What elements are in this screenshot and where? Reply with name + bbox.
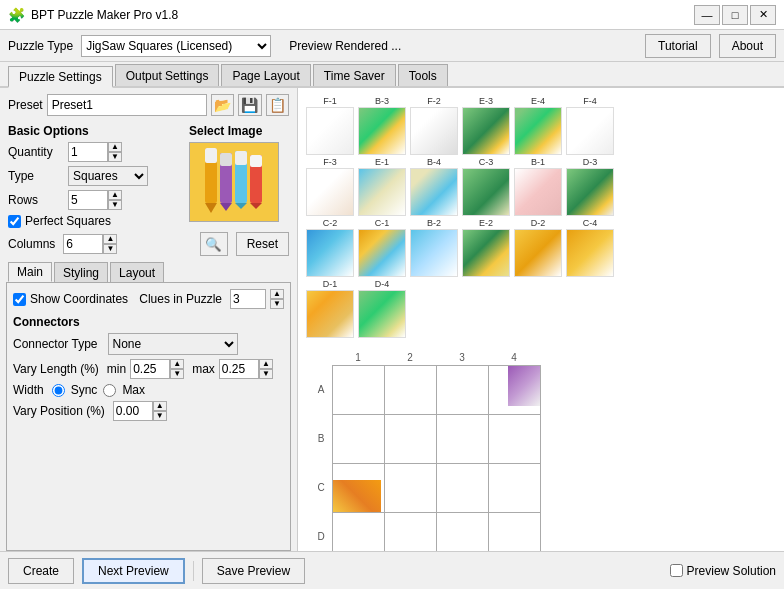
- cell-d3: [437, 513, 489, 551]
- rows-input[interactable]: [68, 190, 108, 210]
- svg-rect-8: [250, 155, 262, 167]
- tab-puzzle-settings[interactable]: Puzzle Settings: [8, 66, 113, 88]
- show-coordinates-label: Show Coordinates: [30, 292, 128, 306]
- grid-row-d: D: [310, 512, 772, 551]
- grid-row-a: A: [310, 365, 772, 414]
- pieces-row-1: F-1 B-3 F-2 E-3 E-4: [306, 96, 776, 155]
- perfect-squares-row: Perfect Squares: [8, 214, 181, 228]
- clues-input[interactable]: [230, 289, 266, 309]
- vary-length-min-up[interactable]: ▲: [170, 359, 184, 369]
- piece-f3: F-3: [306, 157, 354, 216]
- cell-b1: [333, 415, 385, 463]
- svg-rect-4: [220, 153, 232, 166]
- sub-tab-styling[interactable]: Styling: [54, 262, 108, 282]
- show-coordinates-checkbox[interactable]: [13, 293, 26, 306]
- maximize-button[interactable]: □: [722, 5, 748, 25]
- cell-c4: [489, 464, 541, 512]
- cell-d2: [385, 513, 437, 551]
- right-panel: F-1 B-3 F-2 E-3 E-4: [298, 88, 784, 551]
- piece-d4: D-4: [358, 279, 406, 338]
- type-label: Type: [8, 169, 68, 183]
- about-button[interactable]: About: [719, 34, 776, 58]
- tutorial-button[interactable]: Tutorial: [645, 34, 711, 58]
- rows-up[interactable]: ▲: [108, 190, 122, 200]
- tab-page-layout[interactable]: Page Layout: [221, 64, 310, 86]
- columns-input[interactable]: [63, 234, 103, 254]
- vary-length-max-down[interactable]: ▼: [259, 369, 273, 379]
- basic-options-title: Basic Options: [8, 124, 181, 138]
- title-bar: 🧩 BPT Puzzle Maker Pro v1.8 — □ ✕: [0, 0, 784, 30]
- perfect-squares-checkbox[interactable]: [8, 215, 21, 228]
- connector-type-select[interactable]: None Tab Round: [108, 333, 238, 355]
- close-button[interactable]: ✕: [750, 5, 776, 25]
- columns-down[interactable]: ▼: [103, 244, 117, 254]
- preset-input[interactable]: [47, 94, 207, 116]
- image-preview[interactable]: [189, 142, 279, 222]
- puzzle-type-select[interactable]: JigSaw Squares (Licensed): [81, 35, 271, 57]
- vary-length-max-input[interactable]: [219, 359, 259, 379]
- svg-rect-0: [190, 143, 279, 222]
- piece-b4: B-4: [410, 157, 458, 216]
- preview-solution-checkbox[interactable]: [670, 564, 683, 577]
- quantity-down[interactable]: ▼: [108, 152, 122, 162]
- perfect-squares-label: Perfect Squares: [25, 214, 111, 228]
- sub-tab-layout[interactable]: Layout: [110, 262, 164, 282]
- tab-time-saver[interactable]: Time Saver: [313, 64, 396, 86]
- piece-c4: C-4: [566, 218, 614, 277]
- vary-length-label: Vary Length (%): [13, 362, 99, 376]
- clues-down[interactable]: ▼: [270, 299, 284, 309]
- piece-c2: C-2: [306, 218, 354, 277]
- save-as-button[interactable]: 📋: [266, 94, 289, 116]
- piece-c3: C-3: [462, 157, 510, 216]
- col-label-1: 1: [332, 352, 384, 363]
- rows-row: Rows ▲ ▼: [8, 190, 181, 210]
- rows-down[interactable]: ▼: [108, 200, 122, 210]
- piece-e1: E-1: [358, 157, 406, 216]
- piece-f4: F-4: [566, 96, 614, 155]
- sync-label: Sync: [71, 383, 98, 397]
- open-folder-button[interactable]: 📂: [211, 94, 234, 116]
- vary-position-input[interactable]: [113, 401, 153, 421]
- vary-length-min-down[interactable]: ▼: [170, 369, 184, 379]
- preview-status: Preview Rendered ...: [279, 39, 637, 53]
- type-row: Type Squares Rectangles: [8, 166, 181, 186]
- vary-position-up[interactable]: ▲: [153, 401, 167, 411]
- piece-c1: C-1: [358, 218, 406, 277]
- sync-radio[interactable]: [52, 384, 65, 397]
- columns-up[interactable]: ▲: [103, 234, 117, 244]
- col-label-3: 3: [436, 352, 488, 363]
- type-select[interactable]: Squares Rectangles: [68, 166, 148, 186]
- tab-tools[interactable]: Tools: [398, 64, 448, 86]
- row-label-b: B: [310, 414, 332, 463]
- vary-length-min-input[interactable]: [130, 359, 170, 379]
- quantity-up[interactable]: ▲: [108, 142, 122, 152]
- columns-label: Columns: [8, 237, 55, 251]
- clues-up[interactable]: ▲: [270, 289, 284, 299]
- reset-button[interactable]: Reset: [236, 232, 289, 256]
- piece-f1: F-1: [306, 96, 354, 155]
- save-button[interactable]: 💾: [238, 94, 261, 116]
- tab-output-settings[interactable]: Output Settings: [115, 64, 220, 86]
- select-image-label: Select Image: [189, 124, 289, 138]
- piece-e4: E-4: [514, 96, 562, 155]
- create-button[interactable]: Create: [8, 558, 74, 584]
- sub-tab-bar: Main Styling Layout: [0, 260, 297, 282]
- vary-length-max-up[interactable]: ▲: [259, 359, 273, 369]
- search-button[interactable]: 🔍: [200, 232, 228, 256]
- connector-type-row: Connector Type None Tab Round: [13, 333, 284, 355]
- quantity-input[interactable]: [68, 142, 108, 162]
- grid-row-c: C: [310, 463, 772, 512]
- rows-label: Rows: [8, 193, 68, 207]
- cell-a1: [333, 366, 385, 414]
- row-label-c: C: [310, 463, 332, 512]
- max-radio[interactable]: [103, 384, 116, 397]
- minimize-button[interactable]: —: [694, 5, 720, 25]
- preview-solution-label: Preview Solution: [687, 564, 776, 578]
- pieces-row-4: D-1 D-4: [306, 279, 776, 338]
- sub-tab-main[interactable]: Main: [8, 262, 52, 282]
- vary-length-row: Vary Length (%) min ▲ ▼ max ▲: [13, 359, 284, 379]
- vary-position-down[interactable]: ▼: [153, 411, 167, 421]
- save-preview-button[interactable]: Save Preview: [202, 558, 305, 584]
- cell-b3: [437, 415, 489, 463]
- next-preview-button[interactable]: Next Preview: [82, 558, 185, 584]
